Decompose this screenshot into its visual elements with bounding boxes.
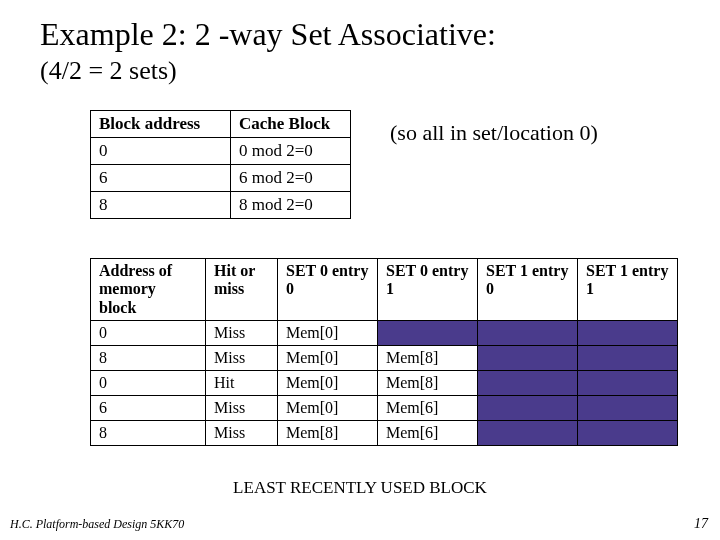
table-row: 0 Hit Mem[0] Mem[8] [91, 371, 678, 396]
table-row: 8 Miss Mem[0] Mem[8] [91, 346, 678, 371]
trace-table: Address of memory block Hit or miss SET … [90, 258, 678, 446]
trace-cell: Mem[8] [378, 371, 478, 396]
table-row: 0 0 mod 2=0 [91, 138, 351, 165]
trace-cell [578, 421, 678, 446]
trace-cell: Miss [206, 421, 278, 446]
trace-header-1: Hit or miss [206, 259, 278, 321]
trace-cell [478, 421, 578, 446]
footer-left: H.C. Platform-based Design 5KK70 [10, 517, 184, 532]
map-cell: 8 [91, 192, 231, 219]
trace-header-3: SET 0 entry 1 [378, 259, 478, 321]
trace-cell: 0 [91, 321, 206, 346]
trace-header-2: SET 0 entry 0 [278, 259, 378, 321]
trace-cell [378, 321, 478, 346]
side-note: (so all in set/location 0) [390, 120, 598, 146]
trace-cell: 8 [91, 421, 206, 446]
map-cell: 6 mod 2=0 [231, 165, 351, 192]
mapping-table: Block address Cache Block 0 0 mod 2=0 6 … [90, 110, 351, 219]
trace-header-4: SET 1 entry 0 [478, 259, 578, 321]
map-cell: 8 mod 2=0 [231, 192, 351, 219]
map-header-1: Cache Block [231, 111, 351, 138]
trace-cell [578, 396, 678, 421]
table-row: 6 6 mod 2=0 [91, 165, 351, 192]
map-cell: 0 [91, 138, 231, 165]
trace-header-5: SET 1 entry 1 [578, 259, 678, 321]
trace-cell [578, 321, 678, 346]
table-row: 8 8 mod 2=0 [91, 192, 351, 219]
trace-cell [478, 346, 578, 371]
slide-title: Example 2: 2 -way Set Associative: [40, 16, 496, 53]
trace-cell: Mem[0] [278, 346, 378, 371]
trace-cell: Mem[6] [378, 396, 478, 421]
trace-cell [478, 371, 578, 396]
trace-cell: Miss [206, 396, 278, 421]
slide-subtitle: (4/2 = 2 sets) [40, 56, 177, 86]
trace-cell: Miss [206, 321, 278, 346]
trace-cell: Mem[0] [278, 396, 378, 421]
trace-cell: Mem[8] [378, 346, 478, 371]
trace-cell: 0 [91, 371, 206, 396]
trace-cell [578, 346, 678, 371]
trace-cell: Mem[0] [278, 321, 378, 346]
trace-cell [478, 396, 578, 421]
trace-cell: Hit [206, 371, 278, 396]
map-header-0: Block address [91, 111, 231, 138]
table-row: 6 Miss Mem[0] Mem[6] [91, 396, 678, 421]
trace-cell: Mem[0] [278, 371, 378, 396]
trace-cell: Mem[8] [278, 421, 378, 446]
trace-cell [478, 321, 578, 346]
trace-cell: Mem[6] [378, 421, 478, 446]
trace-cell: 6 [91, 396, 206, 421]
table-row: 8 Miss Mem[8] Mem[6] [91, 421, 678, 446]
trace-cell: 8 [91, 346, 206, 371]
lru-caption: LEAST RECENTLY USED BLOCK [0, 478, 720, 498]
table-row: 0 Miss Mem[0] [91, 321, 678, 346]
trace-header-0: Address of memory block [91, 259, 206, 321]
page-number: 17 [694, 516, 708, 532]
trace-cell: Miss [206, 346, 278, 371]
map-cell: 0 mod 2=0 [231, 138, 351, 165]
map-cell: 6 [91, 165, 231, 192]
trace-cell [578, 371, 678, 396]
